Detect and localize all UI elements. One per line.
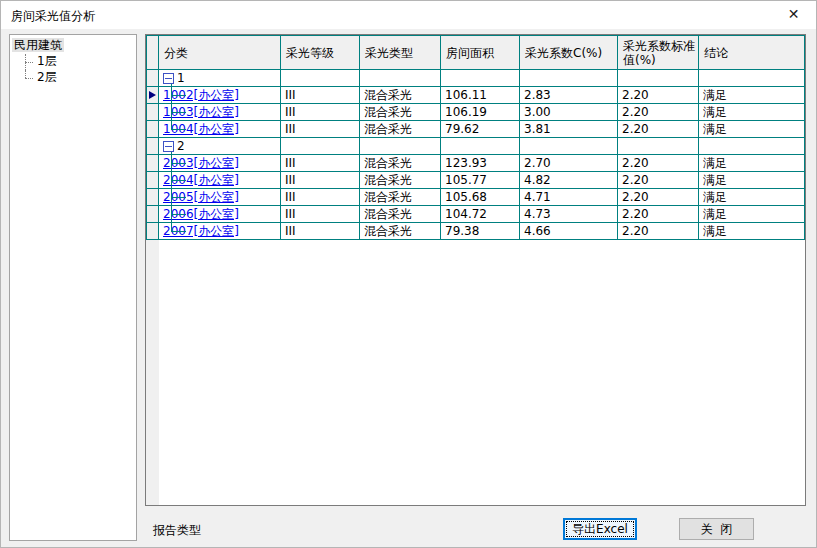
tree-connector bbox=[171, 214, 186, 215]
cell-conclusion: 满足 bbox=[699, 121, 805, 138]
current-row-marker-icon bbox=[149, 91, 156, 99]
tree-node-building-label[interactable]: 民用建筑 bbox=[12, 38, 64, 52]
table-row: 1003[办公室] III 混合采光 106.19 3.00 2.20 满足 bbox=[147, 104, 805, 121]
daylight-analysis-dialog: 房间采光值分析 ✕ 民用建筑 1层 2层 分类 采光等级 bbox=[0, 0, 817, 548]
cell-grade: III bbox=[281, 189, 360, 206]
cell-coefficient: 4.73 bbox=[520, 206, 618, 223]
cell-conclusion: 满足 bbox=[699, 104, 805, 121]
cell-area: 106.11 bbox=[441, 87, 520, 104]
cell-type: 混合采光 bbox=[360, 223, 441, 240]
cell-empty bbox=[360, 70, 441, 87]
cell-room: 1002[办公室] bbox=[159, 87, 281, 104]
tree-node-floor-1[interactable]: 1层 bbox=[10, 54, 136, 70]
cell-type: 混合采光 bbox=[360, 121, 441, 138]
tree-node-floor-1-label[interactable]: 1层 bbox=[37, 54, 57, 68]
tree-connector-line bbox=[25, 78, 33, 79]
cell-conclusion: 满足 bbox=[699, 206, 805, 223]
row-selector[interactable] bbox=[147, 155, 159, 172]
tree-connector bbox=[171, 121, 172, 129]
cell-area: 105.68 bbox=[441, 189, 520, 206]
cell-area: 79.38 bbox=[441, 223, 520, 240]
close-button[interactable]: 关 闭 bbox=[679, 518, 754, 540]
cell-grade: III bbox=[281, 223, 360, 240]
collapse-minus-icon[interactable] bbox=[163, 141, 174, 152]
daylight-table: 分类 采光等级 采光类型 房间面积 采光系数C(%) 采光系数标准值(%) 结论… bbox=[146, 35, 805, 240]
row-selector[interactable] bbox=[147, 70, 159, 87]
header-standard: 采光系数标准值(%) bbox=[618, 36, 699, 70]
cell-area: 105.77 bbox=[441, 172, 520, 189]
cell-coefficient: 4.66 bbox=[520, 223, 618, 240]
table-row: 2006[办公室] III 混合采光 104.72 4.73 2.20 满足 bbox=[147, 206, 805, 223]
tree-node-building[interactable]: 民用建筑 bbox=[12, 38, 136, 54]
row-selector[interactable] bbox=[147, 189, 159, 206]
cell-conclusion: 满足 bbox=[699, 155, 805, 172]
cell-room: 2004[办公室] bbox=[159, 172, 281, 189]
cell-type: 混合采光 bbox=[360, 189, 441, 206]
building-tree-panel: 民用建筑 1层 2层 bbox=[9, 34, 137, 541]
tree-connector bbox=[171, 163, 186, 164]
cell-room: 2006[办公室] bbox=[159, 206, 281, 223]
tree-connector bbox=[171, 223, 172, 231]
cell-type: 混合采光 bbox=[360, 104, 441, 121]
daylight-results-grid: 分类 采光等级 采光类型 房间面积 采光系数C(%) 采光系数标准值(%) 结论… bbox=[145, 34, 806, 506]
row-selector[interactable] bbox=[147, 223, 159, 240]
cell-room: 1003[办公室] bbox=[159, 104, 281, 121]
tree-node-floor-2[interactable]: 2层 bbox=[10, 70, 136, 86]
row-selector[interactable] bbox=[147, 87, 159, 104]
cell-area: 123.93 bbox=[441, 155, 520, 172]
window-close-icon[interactable]: ✕ bbox=[771, 1, 816, 29]
header-conclusion: 结论 bbox=[699, 36, 805, 70]
cell-empty bbox=[699, 70, 805, 87]
group-cell: 2 bbox=[159, 138, 281, 155]
tree-connector bbox=[171, 180, 186, 181]
export-excel-button[interactable]: 导出Excel bbox=[563, 518, 637, 540]
cell-standard: 2.20 bbox=[618, 121, 699, 138]
table-row: 1002[办公室] III 混合采光 106.11 2.83 2.20 满足 bbox=[147, 87, 805, 104]
collapse-minus-icon[interactable] bbox=[163, 73, 174, 84]
cell-room: 2005[办公室] bbox=[159, 189, 281, 206]
cell-standard: 2.20 bbox=[618, 206, 699, 223]
cell-grade: III bbox=[281, 121, 360, 138]
row-selector[interactable] bbox=[147, 121, 159, 138]
group-label: 1 bbox=[177, 71, 185, 85]
cell-empty bbox=[699, 138, 805, 155]
row-selector[interactable] bbox=[147, 172, 159, 189]
cell-standard: 2.20 bbox=[618, 189, 699, 206]
cell-coefficient: 4.82 bbox=[520, 172, 618, 189]
cell-coefficient: 2.83 bbox=[520, 87, 618, 104]
cell-type: 混合采光 bbox=[360, 155, 441, 172]
title-bar: 房间采光值分析 ✕ bbox=[1, 1, 816, 29]
cell-empty bbox=[520, 70, 618, 87]
cell-empty bbox=[360, 138, 441, 155]
cell-empty bbox=[441, 70, 520, 87]
table-row: 2004[办公室] III 混合采光 105.77 4.82 2.20 满足 bbox=[147, 172, 805, 189]
tree-connector bbox=[171, 129, 186, 130]
group-row: 1 bbox=[147, 70, 805, 87]
tree-node-floor-2-label[interactable]: 2层 bbox=[37, 70, 57, 84]
header-type: 采光类型 bbox=[360, 36, 441, 70]
table-row: 2005[办公室] III 混合采光 105.68 4.71 2.20 满足 bbox=[147, 189, 805, 206]
cell-conclusion: 满足 bbox=[699, 189, 805, 206]
report-type-label: 报告类型 bbox=[153, 522, 201, 539]
cell-grade: III bbox=[281, 155, 360, 172]
cell-conclusion: 满足 bbox=[699, 87, 805, 104]
cell-room: 2007[办公室] bbox=[159, 223, 281, 240]
cell-empty bbox=[618, 138, 699, 155]
cell-standard: 2.20 bbox=[618, 172, 699, 189]
row-selector[interactable] bbox=[147, 104, 159, 121]
cell-empty bbox=[618, 70, 699, 87]
header-gutter bbox=[147, 36, 159, 70]
group-label: 2 bbox=[177, 139, 185, 153]
cell-grade: III bbox=[281, 87, 360, 104]
cell-conclusion: 满足 bbox=[699, 172, 805, 189]
tree-connector bbox=[171, 197, 186, 198]
row-selector[interactable] bbox=[147, 206, 159, 223]
header-category: 分类 bbox=[159, 36, 281, 70]
cell-coefficient: 3.00 bbox=[520, 104, 618, 121]
cell-empty bbox=[520, 138, 618, 155]
cell-area: 79.62 bbox=[441, 121, 520, 138]
row-selector[interactable] bbox=[147, 138, 159, 155]
group-cell: 1 bbox=[159, 70, 281, 87]
table-header-row: 分类 采光等级 采光类型 房间面积 采光系数C(%) 采光系数标准值(%) 结论 bbox=[147, 36, 805, 70]
cell-empty bbox=[441, 138, 520, 155]
